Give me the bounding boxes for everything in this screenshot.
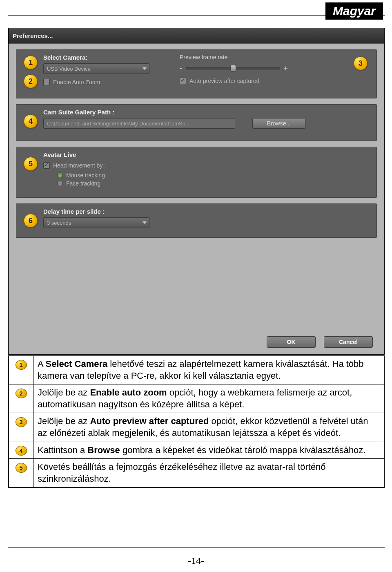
label-delay-time: Delay time per slide : xyxy=(43,208,371,215)
label-head-movement: Head movement by : xyxy=(53,162,106,169)
group-gallery-path: Cam Suite Gallery Path : C:\Documents an… xyxy=(16,104,377,141)
legend-text-1: A Select Camera lehetővé teszi az alapér… xyxy=(33,356,384,384)
browse-button[interactable]: Browse... xyxy=(252,118,305,129)
callout-badge-5: 5 xyxy=(24,157,38,171)
radio-icon xyxy=(57,181,63,186)
delay-dropdown[interactable]: 3 seconds xyxy=(43,217,149,228)
table-row: 3 Jelölje be az Auto preview after captu… xyxy=(9,413,384,442)
callout-badge-1: 1 xyxy=(24,56,38,69)
legend-table-wrap: 1 A Select Camera lehetővé teszi az alap… xyxy=(8,355,385,488)
gallery-path-field[interactable]: C:\Documents and Settings\Shihfei\My Doc… xyxy=(43,118,235,129)
mini-badge-4: 4 xyxy=(16,446,27,456)
language-tab: Magyar xyxy=(325,2,383,20)
table-row: 4 Kattintson a Browse gombra a képeket é… xyxy=(9,442,384,459)
label-enable-auto-zoom: Enable Auto Zoom xyxy=(53,79,100,85)
chevron-down-icon xyxy=(143,67,147,70)
checkbox-icon xyxy=(180,78,186,84)
chevron-down-icon xyxy=(143,221,147,224)
legend-text-4: Kattintson a Browse gombra a képeket és … xyxy=(33,442,384,459)
top-rule xyxy=(8,15,385,16)
label-face-tracking: Face tracking xyxy=(66,180,100,187)
bottom-rule xyxy=(8,547,385,548)
mini-badge-2: 2 xyxy=(16,389,27,398)
window-titlebar: Preferences... xyxy=(9,28,384,44)
checkbox-icon xyxy=(43,162,50,169)
camera-dropdown[interactable]: USB Video Device xyxy=(43,63,149,74)
slider-min-label: - xyxy=(180,65,182,72)
checkbox-head-movement[interactable]: Head movement by : xyxy=(43,162,106,169)
group-delay-time: Delay time per slide : 3 seconds 6 xyxy=(16,203,377,238)
radio-mouse-tracking[interactable]: Mouse tracking xyxy=(57,172,371,179)
window-title: Preferences... xyxy=(13,32,53,39)
framerate-slider[interactable] xyxy=(186,67,280,69)
mini-badge-1: 1 xyxy=(16,360,27,370)
slider-max-label: + xyxy=(284,65,287,72)
label-mouse-tracking: Mouse tracking xyxy=(66,172,105,179)
legend-text-5: Követés beállítás a fejmozgás érzékelésé… xyxy=(33,459,384,487)
ok-button[interactable]: OK xyxy=(267,336,316,348)
camera-selected: USB Video Device xyxy=(47,66,91,72)
radio-icon xyxy=(57,172,63,178)
callout-badge-3: 3 xyxy=(354,56,368,70)
delay-value: 3 seconds xyxy=(47,220,71,226)
mini-badge-5: 5 xyxy=(16,463,27,473)
table-row: 1 A Select Camera lehetővé teszi az alap… xyxy=(9,356,384,384)
table-row: 5 Követés beállítás a fejmozgás érzékelé… xyxy=(9,459,384,487)
callout-badge-6: 6 xyxy=(24,214,38,228)
callout-badge-4: 4 xyxy=(24,114,38,128)
callout-badge-2: 2 xyxy=(24,74,38,88)
group-avatar-live: Avatar Live Head movement by : Mouse tra… xyxy=(16,147,377,198)
label-select-camera: Select Camera: xyxy=(43,54,166,61)
checkbox-auto-preview[interactable]: Auto preview after captured xyxy=(180,78,259,84)
label-avatar-live: Avatar Live xyxy=(43,151,371,158)
group-select-camera: Select Camera: USB Video Device Enable A… xyxy=(16,49,377,98)
legend-text-2: Jelölje be az Enable auto zoom opciót, h… xyxy=(33,384,384,413)
cancel-button[interactable]: Cancel xyxy=(324,336,373,348)
label-auto-preview: Auto preview after captured xyxy=(189,78,259,84)
legend-table: 1 A Select Camera lehetővé teszi az alap… xyxy=(9,355,384,487)
page-number: -14- xyxy=(0,555,392,566)
radio-face-tracking[interactable]: Face tracking xyxy=(57,180,371,187)
label-gallery-path: Cam Suite Gallery Path : xyxy=(43,109,371,116)
slider-thumb[interactable] xyxy=(230,65,236,72)
mini-badge-3: 3 xyxy=(16,417,27,427)
checkbox-icon xyxy=(43,79,50,85)
preferences-window: Preferences... Select Camera: USB Video … xyxy=(8,28,385,355)
table-row: 2 Jelölje be az Enable auto zoom opciót,… xyxy=(9,384,384,413)
legend-text-3: Jelölje be az Auto preview after capture… xyxy=(33,413,384,442)
gallery-path-value: C:\Documents and Settings\Shihfei\My Doc… xyxy=(47,121,190,127)
label-preview-framerate: Preview frame rate xyxy=(180,54,344,60)
checkbox-enable-auto-zoom[interactable]: Enable Auto Zoom xyxy=(43,79,100,85)
